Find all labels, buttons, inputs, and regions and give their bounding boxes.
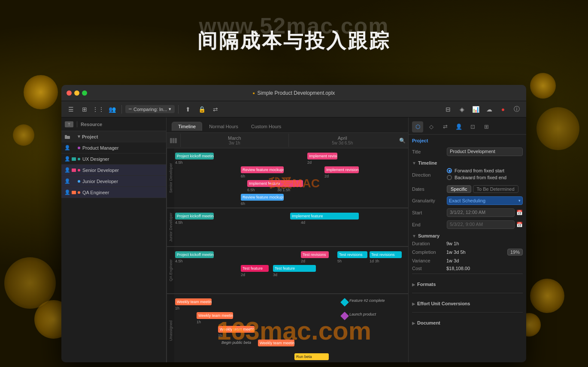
rp-completion-label: Completion [412,250,446,255]
bar-kickoff-qa[interactable]: Project kickoff meeting [175,251,214,258]
lock-button[interactable]: 🔒 [196,103,208,115]
bar-weekly-4[interactable]: Weekly team meeting #4 [258,340,294,346]
bar-review-mockups-2[interactable]: Review feature mockups [241,194,284,201]
rp-timeline-section[interactable]: ▼ Timeline [412,160,523,165]
bar-run-beta[interactable]: Run beta [294,353,329,360]
end-calendar-icon[interactable]: 📅 [516,222,523,228]
window-title-text: Simple Product Development.oplx [258,90,335,96]
document-section-title: Document [417,320,440,325]
sidebar-item-product-manager[interactable]: 👤 Product Manager [61,142,166,153]
formats-section-title: Formats [417,282,436,287]
grid-button[interactable]: ⋮⋮ [92,103,104,115]
bar-weekly-2[interactable]: Weekly team meeting #2 [197,312,233,319]
people-button[interactable]: 👥 [106,103,118,115]
tab-custom-hours[interactable]: Custom Hours [245,122,287,131]
rp-document-section: ▶ Document [412,312,523,331]
share-button[interactable]: ⇄ [209,103,221,115]
bar-duration-impl-rev-2: 2d [324,174,329,178]
close-button[interactable] [67,90,72,96]
bar-test-feature-qa-1[interactable]: Test feature [241,265,269,272]
sidebar: T Resource ▾ Project � [61,117,167,362]
fullscreen-button[interactable] [82,90,87,96]
rp-project-label: Project [412,138,523,143]
swim-lane-content-junior: Project kickoff meeting 4.5h Implement f… [174,208,408,246]
sidebar-item-senior-developer[interactable]: 👤 Senior Developer [61,165,166,176]
sidebar-type-icon: T [65,121,73,127]
gantt-col-selector[interactable] [167,138,180,144]
rp-duration-row: Duration 9w 1h [412,241,523,246]
chart-button[interactable]: 📊 [470,103,482,115]
rp-tab-resize[interactable]: ⊡ [467,121,478,132]
bar-kickoff-junior[interactable]: Project kickoff meeting [175,213,214,220]
grid-view-button[interactable]: ⊟ [442,103,454,115]
resource-name-4: Junior Developer [82,179,118,184]
sidebar-item-ux-designer[interactable]: 👤 UX Designer [61,153,166,165]
bar-test-revisions-qa-3[interactable]: Test revisions [370,251,402,258]
dates-tbd-btn[interactable]: To Be Determined [473,185,518,193]
gantt-search-button[interactable]: 🔍 [396,135,408,147]
radio-forward[interactable] [447,168,452,173]
rp-tab-person[interactable]: 👤 [453,121,464,132]
sidebar-toggle-button[interactable]: ☰ [65,103,77,115]
rp-formats-header[interactable]: ▶ Formats [412,282,523,287]
folder-icon [63,135,72,139]
radio-backward-label: Backward from fixed end [455,175,506,180]
radio-backward[interactable] [447,175,452,180]
bar-test-feature-qa-2[interactable]: Test feature [273,265,316,272]
rp-document-header[interactable]: ▶ Document [412,320,523,325]
sidebar-item-project: ▾ Project [61,131,166,142]
bar-implement-feature-junior[interactable]: Implement feature [290,213,359,220]
rp-dates-label: Dates [412,187,444,192]
bar-weekly-3[interactable]: Weekly team meeting #3 [218,326,255,333]
resource-column-header: Resource [81,122,102,127]
label-feature-complete: Feature #2 complete [349,298,385,303]
person-icon-3: 👤 [63,167,72,173]
bar-dur-weekly-3: 1h [218,334,222,338]
cloud-button[interactable]: ☁ [483,103,495,115]
comparing-button[interactable]: ━ Comparing: In... ▾ [125,105,175,113]
rp-summary-section[interactable]: ▼ Summary [412,233,523,238]
minimize-button[interactable] [74,90,79,96]
right-panel-content: Project Title Product Development ▼ Time… [409,135,526,362]
bar-implement-revisions-1[interactable]: Implement revisions [307,153,337,159]
bar-dur-kickoff-junior: 4.5h [175,220,183,225]
rp-radio-backward[interactable]: Backward from fixed end [447,175,523,180]
rp-effort-header[interactable]: ▶ Effort Unit Conversions [412,301,523,306]
bar-dur-weekly-1: 1h [175,306,179,310]
tab-normal-hours[interactable]: Normal Hours [203,122,244,131]
dates-specific-btn[interactable]: Specific [447,185,471,193]
export-button[interactable]: ⬆ [182,103,194,115]
rp-variance-value: 1w 3d [446,258,523,263]
bar-test-revisions-qa-2[interactable]: Test revisions [337,251,367,258]
start-calendar-icon[interactable]: 📅 [516,210,523,216]
rp-granularity-select[interactable]: Exact Scheduling ▾ [447,196,523,205]
sidebar-rows: ▾ Project 👤 Product Manager 👤 [61,131,166,362]
bar-implement-feature-1[interactable]: Implement feature [247,180,303,187]
network-button[interactable]: ◈ [456,103,468,115]
rp-tab-share[interactable]: ⇄ [439,121,451,132]
month-april-name: April [291,135,395,141]
rp-tab-flag[interactable]: ◇ [426,121,437,132]
tab-timeline[interactable]: Timeline [172,122,202,131]
bar-duration-impl-feat-mid: 3d 1.5h [277,188,290,192]
rp-start-input[interactable]: 3/1/22, 12:00 AM [447,208,515,217]
bar-weekly-1[interactable]: Weekly team meeting #1 [175,298,212,305]
bar-test-revisions-qa-1[interactable]: Test revisions [301,251,329,258]
swim-lane-label-unassigned: Unassigned [167,294,174,362]
bar-kickoff-1[interactable]: Project kickoff meeting [175,153,214,159]
rp-tab-table[interactable]: ⊞ [481,121,492,132]
rp-title-input[interactable]: Product Development [447,147,523,156]
rp-radio-forward[interactable]: Forward from fixed start [447,168,523,173]
rp-end-input[interactable]: 5/3/22, 9:00 AM [447,220,515,229]
info-button[interactable]: ⓘ [511,103,523,115]
person-icon: 👤 [63,145,72,150]
sidebar-item-junior-developer[interactable]: 👤 Junior Developer [61,176,166,187]
columns-button[interactable]: ⊞ [79,103,91,115]
rp-tab-resource[interactable]: ⬡ [412,121,423,132]
bar-duration-impl-rev-1: 2d [307,160,312,165]
bar-duration-review-1: 6h [241,174,245,178]
target-button[interactable]: ● [497,103,509,115]
sidebar-item-qa-engineer[interactable]: 👤 QA Engineer [61,187,166,198]
bar-review-mockups-1[interactable]: Review feature mockups [241,166,284,173]
bar-implement-revisions-2[interactable]: Implement revisions [324,166,359,173]
